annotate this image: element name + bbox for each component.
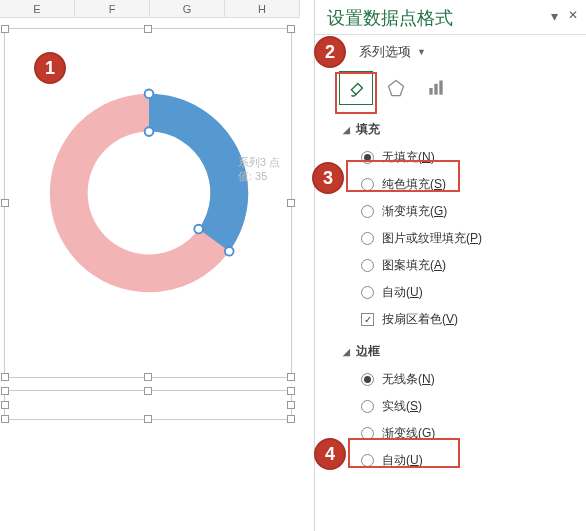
format-pane-header: 设置数据点格式 ▾ ✕ xyxy=(315,0,586,35)
border-option[interactable]: 实线(S) xyxy=(361,393,574,420)
svg-rect-7 xyxy=(439,81,442,95)
resize-handle[interactable] xyxy=(1,373,9,381)
resize-handle[interactable] xyxy=(287,25,295,33)
option-label: 自动(U) xyxy=(382,284,423,301)
resize-handle[interactable] xyxy=(287,387,295,395)
col-header[interactable]: F xyxy=(75,0,150,17)
radio-icon xyxy=(361,427,374,440)
svg-rect-5 xyxy=(429,88,432,95)
fill-option[interactable]: 无填充(N) xyxy=(361,144,574,171)
fill-option[interactable]: 自动(U) xyxy=(361,279,574,306)
annotation-badge-4: 4 xyxy=(314,438,346,470)
resize-handle[interactable] xyxy=(287,373,295,381)
svg-marker-4 xyxy=(389,81,404,96)
svg-rect-6 xyxy=(434,84,437,95)
option-label: 图案填充(A) xyxy=(382,257,446,274)
chevron-down-icon: ▼ xyxy=(417,47,426,57)
format-pane: 设置数据点格式 ▾ ✕ 系列选项 ▼ ◢ 填充 无填充(N)纯色填充(S)渐变填… xyxy=(314,0,586,531)
col-header[interactable]: G xyxy=(150,0,225,17)
option-label: 图片或纹理填充(P) xyxy=(382,230,482,247)
col-header[interactable]: H xyxy=(225,0,300,17)
secondary-selection[interactable] xyxy=(4,390,292,420)
svg-point-1 xyxy=(145,127,154,136)
resize-handle[interactable] xyxy=(287,401,295,409)
radio-icon xyxy=(361,400,374,413)
collapse-triangle-icon: ◢ xyxy=(343,347,350,357)
resize-handle[interactable] xyxy=(1,25,9,33)
fill-line-tab[interactable] xyxy=(339,71,373,105)
radio-icon xyxy=(361,232,374,245)
effects-tab[interactable] xyxy=(379,71,413,105)
collapse-triangle-icon: ◢ xyxy=(343,125,350,135)
checkbox-icon xyxy=(361,313,374,326)
resize-handle[interactable] xyxy=(1,387,9,395)
svg-point-3 xyxy=(194,225,203,234)
fill-option[interactable]: 按扇区着色(V) xyxy=(361,306,574,333)
column-ruler: E F G H xyxy=(0,0,300,18)
annotation-badge-2: 2 xyxy=(314,36,346,68)
format-pane-title: 设置数据点格式 xyxy=(327,8,453,28)
fill-section: ◢ 填充 无填充(N)纯色填充(S)渐变填充(G)图片或纹理填充(P)图案填充(… xyxy=(315,115,586,337)
option-label: 自动(U) xyxy=(382,452,423,469)
resize-handle[interactable] xyxy=(1,415,9,423)
doughnut-chart[interactable] xyxy=(25,69,273,317)
fill-option[interactable]: 渐变填充(G) xyxy=(361,198,574,225)
resize-handle[interactable] xyxy=(287,199,295,207)
option-label: 渐变填充(G) xyxy=(382,203,447,220)
fill-option[interactable]: 纯色填充(S) xyxy=(361,171,574,198)
option-label: 实线(S) xyxy=(382,398,422,415)
option-label: 无线条(N) xyxy=(382,371,435,388)
radio-icon xyxy=(361,454,374,467)
border-option[interactable]: 渐变线(G) xyxy=(361,420,574,447)
option-label: 纯色填充(S) xyxy=(382,176,446,193)
svg-point-0 xyxy=(145,89,154,98)
radio-icon xyxy=(361,151,374,164)
border-section: ◢ 边框 无线条(N)实线(S)渐变线(G)自动(U) xyxy=(315,337,586,478)
series-options-tab[interactable] xyxy=(419,71,453,105)
option-label: 按扇区着色(V) xyxy=(382,311,458,328)
resize-handle[interactable] xyxy=(144,373,152,381)
border-option[interactable]: 无线条(N) xyxy=(361,366,574,393)
resize-handle[interactable] xyxy=(1,401,9,409)
resize-handle[interactable] xyxy=(144,25,152,33)
svg-point-2 xyxy=(225,247,234,256)
resize-handle[interactable] xyxy=(144,387,152,395)
annotation-badge-3: 3 xyxy=(312,162,344,194)
col-header[interactable]: E xyxy=(0,0,75,17)
border-section-header[interactable]: ◢ 边框 xyxy=(343,343,574,360)
series-options-dropdown[interactable]: 系列选项 ▼ xyxy=(315,35,586,67)
option-label: 渐变线(G) xyxy=(382,425,435,442)
border-option[interactable]: 自动(U) xyxy=(361,447,574,474)
dropdown-icon[interactable]: ▾ xyxy=(551,8,558,24)
fill-section-header[interactable]: ◢ 填充 xyxy=(343,121,574,138)
fill-option[interactable]: 图片或纹理填充(P) xyxy=(361,225,574,252)
radio-icon xyxy=(361,286,374,299)
close-icon[interactable]: ✕ xyxy=(568,8,578,22)
resize-handle[interactable] xyxy=(144,415,152,423)
fill-option[interactable]: 图案填充(A) xyxy=(361,252,574,279)
format-category-tabs xyxy=(315,67,586,115)
radio-icon xyxy=(361,373,374,386)
radio-icon xyxy=(361,259,374,272)
resize-handle[interactable] xyxy=(1,199,9,207)
option-label: 无填充(N) xyxy=(382,149,435,166)
radio-icon xyxy=(361,205,374,218)
annotation-badge-1: 1 xyxy=(34,52,66,84)
resize-handle[interactable] xyxy=(287,415,295,423)
radio-icon xyxy=(361,178,374,191)
